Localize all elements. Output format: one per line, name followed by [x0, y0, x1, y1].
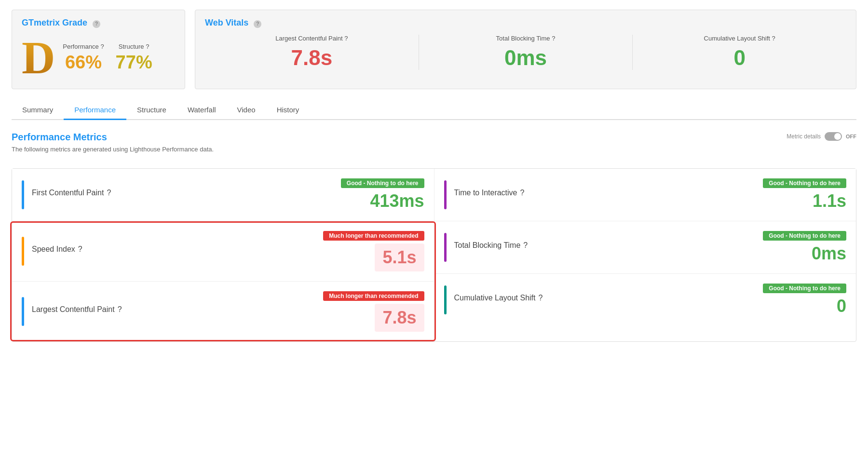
- lcp-badge: Much longer than recommended: [323, 291, 424, 301]
- structure-label: Structure ?: [116, 43, 152, 50]
- metric-details-toggle[interactable]: Metric details OFF: [787, 132, 856, 141]
- perf-metrics-title: Performance Metrics: [12, 132, 856, 143]
- tbt-help[interactable]: ?: [523, 241, 528, 250]
- si-right: Much longer than recommended 5.1s: [323, 231, 424, 271]
- metric-si: Speed Index ? Much longer than recommend…: [12, 221, 434, 282]
- vital-tbt-label: Total Blocking Time ?: [429, 35, 623, 42]
- vital-lcp-label: Largest Contentful Paint ?: [215, 35, 409, 42]
- toggle-knob: [834, 133, 841, 140]
- fcp-content: First Contentful Paint ?: [32, 189, 328, 201]
- lcp-help[interactable]: ?: [118, 305, 122, 314]
- lcp-content: Largest Contentful Paint ?: [32, 305, 323, 318]
- performance-value: 66%: [63, 52, 104, 73]
- grade-inner: D Performance ? 66% Structure ? 77%: [22, 35, 175, 81]
- vital-cls-help[interactable]: ?: [772, 35, 775, 42]
- tbt-value: 0ms: [812, 244, 846, 264]
- fcp-right: Good - Nothing to do here 413ms: [328, 178, 424, 211]
- si-help[interactable]: ?: [78, 245, 82, 254]
- tti-content: Time to Interactive ?: [454, 189, 750, 201]
- lcp-name: Largest Contentful Paint ?: [32, 305, 323, 314]
- tti-name: Time to Interactive ?: [454, 189, 750, 197]
- grade-letter: D: [22, 35, 55, 81]
- performance-label: Performance ?: [63, 43, 104, 50]
- tabs-bar: Summary Performance Structure Waterfall …: [12, 101, 856, 120]
- vital-tbt-help[interactable]: ?: [552, 35, 555, 42]
- fcp-bar: [22, 180, 24, 209]
- tti-value: 1.1s: [813, 191, 846, 211]
- vital-lcp-help[interactable]: ?: [344, 35, 348, 42]
- cls-help[interactable]: ?: [538, 294, 542, 302]
- highlighted-rows: Speed Index ? Much longer than recommend…: [12, 221, 434, 341]
- vital-cls-value: 0: [642, 46, 837, 70]
- tti-right: Good - Nothing to do here 1.1s: [750, 178, 846, 211]
- cls-content: Cumulative Layout Shift ?: [454, 294, 750, 306]
- tti-help[interactable]: ?: [520, 189, 525, 197]
- vital-tbt-value: 0ms: [429, 46, 623, 70]
- toggle-state: OFF: [846, 134, 856, 139]
- gtmetrix-help-icon[interactable]: ?: [93, 20, 100, 28]
- lcp-value-bg: 7.8s: [375, 304, 424, 332]
- tab-waterfall[interactable]: Waterfall: [177, 101, 227, 120]
- fcp-value: 413ms: [370, 191, 424, 211]
- toggle-switch[interactable]: [825, 132, 842, 141]
- tbt-content: Total Blocking Time ?: [454, 241, 750, 254]
- performance-score: Performance ? 66%: [63, 43, 104, 73]
- si-value-bg: 5.1s: [375, 244, 424, 271]
- si-badge: Much longer than recommended: [323, 231, 424, 241]
- lcp-right: Much longer than recommended 7.8s: [323, 291, 424, 332]
- structure-help-icon[interactable]: ?: [146, 43, 149, 50]
- si-bar: [22, 237, 24, 266]
- tab-history[interactable]: History: [266, 101, 310, 120]
- metric-tti: Time to Interactive ? Good - Nothing to …: [434, 169, 856, 221]
- cls-badge: Good - Nothing to do here: [763, 284, 846, 293]
- toggle-label-text: Metric details: [787, 133, 821, 140]
- cls-bar: [444, 285, 447, 314]
- vital-lcp-value: 7.8s: [215, 46, 409, 70]
- vital-tbt: Total Blocking Time ? 0ms: [419, 35, 633, 70]
- tti-bar: [444, 180, 447, 209]
- performance-metrics-section: Performance Metrics The following metric…: [12, 132, 856, 342]
- fcp-badge: Good - Nothing to do here: [341, 178, 424, 188]
- si-name: Speed Index ?: [32, 245, 323, 254]
- si-value: 5.1s: [382, 247, 416, 267]
- tbt-right: Good - Nothing to do here 0ms: [750, 231, 846, 264]
- tbt-badge: Good - Nothing to do here: [763, 231, 846, 241]
- web-vitals-card: Web Vitals ? Largest Contentful Paint ? …: [195, 10, 856, 89]
- cls-name: Cumulative Layout Shift ?: [454, 294, 750, 302]
- tab-video[interactable]: Video: [227, 101, 266, 120]
- performance-help-icon[interactable]: ?: [100, 43, 104, 50]
- metric-tbt: Total Blocking Time ? Good - Nothing to …: [434, 221, 856, 274]
- gtmetrix-grade-title: GTmetrix Grade ?: [22, 18, 175, 28]
- vital-lcp: Largest Contentful Paint ? 7.8s: [205, 35, 419, 70]
- tab-summary[interactable]: Summary: [12, 101, 64, 120]
- lcp-bar: [22, 297, 24, 326]
- structure-score: Structure ? 77%: [116, 43, 152, 73]
- web-vitals-title: Web Vitals ?: [205, 18, 846, 28]
- perf-metrics-subtitle: The following metrics are generated usin…: [12, 146, 214, 153]
- metrics-left-col: First Contentful Paint ? Good - Nothing …: [12, 169, 434, 341]
- vital-cls: Cumulative Layout Shift ? 0: [633, 35, 846, 70]
- tab-performance[interactable]: Performance: [64, 101, 126, 120]
- vital-cls-label: Cumulative Layout Shift ?: [642, 35, 837, 42]
- metrics-right-col: Time to Interactive ? Good - Nothing to …: [434, 169, 856, 341]
- web-vitals-help-icon[interactable]: ?: [254, 20, 261, 28]
- vitals-inner: Largest Contentful Paint ? 7.8s Total Bl…: [205, 35, 846, 70]
- metric-fcp: First Contentful Paint ? Good - Nothing …: [12, 169, 434, 221]
- metric-cls: Cumulative Layout Shift ? Good - Nothing…: [434, 274, 856, 326]
- tab-structure[interactable]: Structure: [126, 101, 177, 120]
- fcp-name: First Contentful Paint ?: [32, 189, 328, 197]
- gtmetrix-grade-card: GTmetrix Grade ? D Performance ? 66% Str…: [12, 10, 185, 89]
- grade-scores: Performance ? 66% Structure ? 77%: [63, 43, 152, 73]
- si-content: Speed Index ?: [32, 245, 323, 257]
- tbt-bar: [444, 233, 447, 262]
- cls-value: 0: [837, 296, 846, 316]
- metric-lcp: Largest Contentful Paint ? Much longer t…: [12, 282, 434, 341]
- cls-right: Good - Nothing to do here 0: [750, 284, 846, 316]
- fcp-help[interactable]: ?: [107, 189, 111, 197]
- metrics-grid: First Contentful Paint ? Good - Nothing …: [12, 168, 856, 342]
- tti-badge: Good - Nothing to do here: [763, 178, 846, 188]
- tbt-name: Total Blocking Time ?: [454, 241, 750, 250]
- lcp-value: 7.8s: [382, 308, 416, 327]
- structure-value: 77%: [116, 52, 152, 73]
